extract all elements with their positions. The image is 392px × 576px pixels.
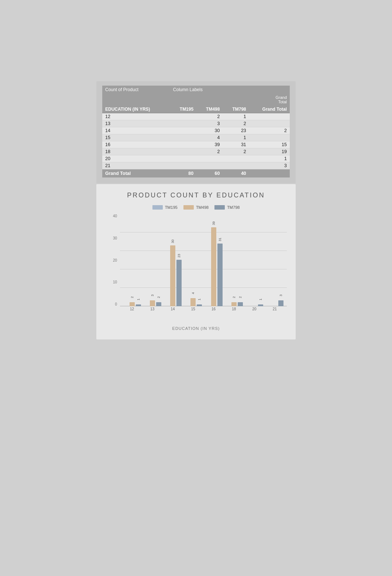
table-row: 16393115 xyxy=(102,141,290,148)
cell-edu: 12 xyxy=(102,113,170,120)
col-edu: EDUCATION (IN YRS) xyxy=(102,106,170,113)
cell-tm498: 2 xyxy=(196,113,223,120)
bar-value-label: 30 xyxy=(171,239,175,243)
cell-tm798 xyxy=(223,162,249,169)
cell-edu: 16 xyxy=(102,141,170,148)
chart-legend: TM195TM498TM798 xyxy=(105,205,287,210)
bar-value-label: 2 xyxy=(238,296,242,298)
legend-item: TM498 xyxy=(183,205,209,210)
cell-tm195 xyxy=(170,120,196,127)
pivot-title: Count of Product xyxy=(102,86,170,94)
bar-value-label: 1 xyxy=(197,299,201,300)
bar-group: 1 xyxy=(245,214,264,306)
cell-tm498: 30 xyxy=(196,127,223,134)
table-row: 213 xyxy=(102,162,290,169)
table-row: 182219 xyxy=(102,148,290,155)
cell-tm798: 1 xyxy=(223,134,249,141)
x-axis-label: 20 xyxy=(245,307,264,311)
grand-total-tm498: 60 xyxy=(196,169,223,178)
y-label-20: 20 xyxy=(113,258,117,262)
bar-value-label: 1 xyxy=(259,299,262,300)
cell-edu: 18 xyxy=(102,148,170,155)
pivot-header-row-1: Count of Product Column Labels xyxy=(102,86,290,94)
x-labels-row: 1213141516182021 xyxy=(120,307,287,317)
legend-item: TM798 xyxy=(214,205,240,210)
table-row: 1221 xyxy=(102,113,290,120)
cell-tm195 xyxy=(170,162,196,169)
bar-tm498: 39 xyxy=(211,227,216,307)
cell-total: 19 xyxy=(249,148,290,155)
col-total: Grand Total xyxy=(249,106,290,113)
header-edu xyxy=(102,94,170,106)
cell-tm195 xyxy=(170,113,196,120)
col-label: Column Labels xyxy=(170,86,290,94)
x-axis-label: 15 xyxy=(184,307,202,311)
legend-swatch xyxy=(152,205,163,210)
bar-tm498: 3 xyxy=(150,300,155,307)
bar-group: 22 xyxy=(225,214,243,306)
bar-tm498: 2 xyxy=(231,302,237,306)
cell-total xyxy=(249,120,290,127)
bar-group: 3 xyxy=(266,214,284,306)
bar-tm798: 2 xyxy=(238,302,243,306)
cell-total: 2 xyxy=(249,127,290,134)
cell-total: 1 xyxy=(249,155,290,162)
cell-tm498: 4 xyxy=(196,134,223,141)
grand-total-row: Grand Total 80 60 40 xyxy=(102,169,290,178)
x-axis-label: 18 xyxy=(225,307,243,311)
cell-edu: 15 xyxy=(102,134,170,141)
main-container: Count of Product Column Labels GrandTota… xyxy=(96,81,296,339)
legend-swatch xyxy=(214,205,225,210)
bar-tm798: 23 xyxy=(176,260,182,307)
x-axis-label: 16 xyxy=(204,307,223,311)
legend-label: TM195 xyxy=(165,205,178,210)
cell-tm498 xyxy=(196,155,223,162)
cell-tm798: 31 xyxy=(223,141,249,148)
table-row: 1332 xyxy=(102,120,290,127)
bar-tm798: 1 xyxy=(258,304,263,307)
cell-edu: 14 xyxy=(102,127,170,134)
bar-value-label: 31 xyxy=(218,238,222,241)
x-axis-title: EDUCATION (IN YRS) xyxy=(105,326,287,331)
cell-tm195 xyxy=(170,141,196,148)
bar-value-label: 39 xyxy=(212,221,216,225)
bar-tm798: 2 xyxy=(156,302,161,306)
cell-tm195 xyxy=(170,148,196,155)
bar-value-label: 2 xyxy=(130,296,134,298)
cell-tm498: 2 xyxy=(196,148,223,155)
cell-tm195 xyxy=(170,155,196,162)
cell-tm498: 3 xyxy=(196,120,223,127)
y-axis: 0 10 20 30 40 xyxy=(105,214,118,306)
legend-label: TM798 xyxy=(227,205,240,210)
y-label-10: 10 xyxy=(113,280,117,284)
cell-edu: 13 xyxy=(102,120,170,127)
grand-total-tm798: 40 xyxy=(223,169,249,178)
pivot-table-wrapper: Count of Product Column Labels GrandTota… xyxy=(96,81,296,183)
table-row: 1541 xyxy=(102,134,290,141)
header-tm498-spacer xyxy=(196,94,223,106)
table-row: 201 xyxy=(102,155,290,162)
y-label-40: 40 xyxy=(113,214,117,218)
pivot-header-row-2: EDUCATION (IN YRS) TM195 TM498 TM798 Gra… xyxy=(102,106,290,113)
bar-tm798: 31 xyxy=(217,244,223,307)
bar-group: 32 xyxy=(143,214,161,306)
bar-tm798: 3 xyxy=(278,300,283,307)
y-label-0: 0 xyxy=(115,302,117,306)
cell-edu: 21 xyxy=(102,162,170,169)
cell-tm498: 39 xyxy=(196,141,223,148)
bars-area: 213230234139312213 xyxy=(120,214,287,306)
bar-value-label: 2 xyxy=(157,296,161,298)
bar-group: 41 xyxy=(184,214,202,306)
cell-tm798: 2 xyxy=(223,120,249,127)
bar-tm498: 2 xyxy=(130,302,135,306)
cell-total: 15 xyxy=(249,141,290,148)
grand-total-total xyxy=(249,169,290,178)
x-axis-label: 21 xyxy=(266,307,284,311)
col-tm798: TM798 xyxy=(223,106,249,113)
y-label-30: 30 xyxy=(113,236,117,240)
x-axis-label: 14 xyxy=(164,307,182,311)
cell-tm798: 23 xyxy=(223,127,249,134)
bar-group: 21 xyxy=(123,214,141,306)
chart-area-container: 0 10 20 30 40 213230234139312213 1213141… xyxy=(105,214,287,317)
chart-section: PRODUCT COUNT BY EDUCATION TM195TM498TM7… xyxy=(96,184,296,339)
